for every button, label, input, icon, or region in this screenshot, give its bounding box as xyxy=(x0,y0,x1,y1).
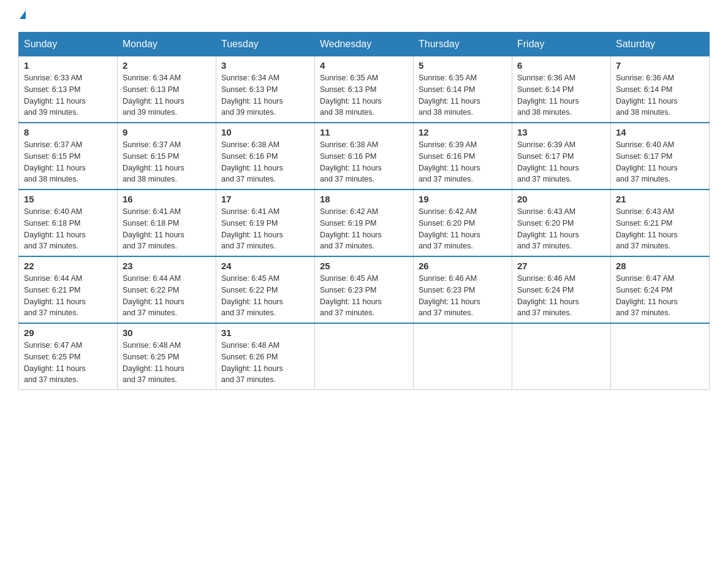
day-number: 24 xyxy=(221,261,309,271)
calendar-cell: 7 Sunrise: 6:36 AM Sunset: 6:14 PM Dayli… xyxy=(611,56,710,123)
day-number: 1 xyxy=(24,60,112,71)
day-info: Sunrise: 6:44 AM Sunset: 6:22 PM Dayligh… xyxy=(123,273,211,319)
day-info: Sunrise: 6:43 AM Sunset: 6:21 PM Dayligh… xyxy=(616,206,704,252)
day-info: Sunrise: 6:35 AM Sunset: 6:14 PM Dayligh… xyxy=(419,72,507,118)
calendar-cell: 29 Sunrise: 6:47 AM Sunset: 6:25 PM Dayl… xyxy=(19,323,118,390)
day-info: Sunrise: 6:40 AM Sunset: 6:17 PM Dayligh… xyxy=(616,139,704,185)
calendar-week-3: 15 Sunrise: 6:40 AM Sunset: 6:18 PM Dayl… xyxy=(19,190,710,256)
logo-triangle-icon xyxy=(20,10,26,19)
header-saturday: Saturday xyxy=(611,33,710,56)
day-number: 13 xyxy=(517,127,605,137)
calendar-cell: 22 Sunrise: 6:44 AM Sunset: 6:21 PM Dayl… xyxy=(19,256,118,323)
day-info: Sunrise: 6:42 AM Sunset: 6:19 PM Dayligh… xyxy=(320,206,408,252)
header-friday: Friday xyxy=(512,33,611,56)
calendar-cell: 20 Sunrise: 6:43 AM Sunset: 6:20 PM Dayl… xyxy=(512,190,611,256)
day-info: Sunrise: 6:36 AM Sunset: 6:14 PM Dayligh… xyxy=(616,72,704,118)
day-number: 3 xyxy=(221,60,309,71)
day-info: Sunrise: 6:46 AM Sunset: 6:24 PM Dayligh… xyxy=(517,273,605,319)
calendar-cell: 17 Sunrise: 6:41 AM Sunset: 6:19 PM Dayl… xyxy=(216,190,315,256)
day-info: Sunrise: 6:48 AM Sunset: 6:26 PM Dayligh… xyxy=(221,340,309,386)
calendar-cell: 14 Sunrise: 6:40 AM Sunset: 6:17 PM Dayl… xyxy=(611,123,710,190)
calendar-cell: 23 Sunrise: 6:44 AM Sunset: 6:22 PM Dayl… xyxy=(118,256,216,323)
calendar-cell: 4 Sunrise: 6:35 AM Sunset: 6:13 PM Dayli… xyxy=(315,56,414,123)
calendar-cell: 11 Sunrise: 6:38 AM Sunset: 6:16 PM Dayl… xyxy=(315,123,414,190)
day-info: Sunrise: 6:41 AM Sunset: 6:18 PM Dayligh… xyxy=(123,206,211,252)
calendar-cell: 31 Sunrise: 6:48 AM Sunset: 6:26 PM Dayl… xyxy=(216,323,315,390)
calendar-cell: 6 Sunrise: 6:36 AM Sunset: 6:14 PM Dayli… xyxy=(512,56,611,123)
calendar-cell: 12 Sunrise: 6:39 AM Sunset: 6:16 PM Dayl… xyxy=(414,123,512,190)
page-header xyxy=(18,12,710,21)
calendar-table: SundayMondayTuesdayWednesdayThursdayFrid… xyxy=(18,32,710,390)
calendar-cell: 9 Sunrise: 6:37 AM Sunset: 6:15 PM Dayli… xyxy=(118,123,216,190)
calendar-cell xyxy=(611,323,710,390)
calendar-cell: 1 Sunrise: 6:33 AM Sunset: 6:13 PM Dayli… xyxy=(19,56,118,123)
day-number: 19 xyxy=(419,194,507,204)
day-number: 16 xyxy=(123,194,211,204)
day-info: Sunrise: 6:39 AM Sunset: 6:16 PM Dayligh… xyxy=(419,139,507,185)
day-number: 28 xyxy=(616,261,704,271)
day-info: Sunrise: 6:43 AM Sunset: 6:20 PM Dayligh… xyxy=(517,206,605,252)
day-info: Sunrise: 6:39 AM Sunset: 6:17 PM Dayligh… xyxy=(517,139,605,185)
day-info: Sunrise: 6:42 AM Sunset: 6:20 PM Dayligh… xyxy=(419,206,507,252)
day-number: 4 xyxy=(320,60,408,71)
calendar-cell: 10 Sunrise: 6:38 AM Sunset: 6:16 PM Dayl… xyxy=(216,123,315,190)
calendar-header-row: SundayMondayTuesdayWednesdayThursdayFrid… xyxy=(19,33,710,56)
logo xyxy=(18,12,26,21)
day-info: Sunrise: 6:48 AM Sunset: 6:25 PM Dayligh… xyxy=(123,340,211,386)
header-thursday: Thursday xyxy=(414,33,512,56)
calendar-cell: 3 Sunrise: 6:34 AM Sunset: 6:13 PM Dayli… xyxy=(216,56,315,123)
day-number: 22 xyxy=(24,261,112,271)
day-number: 10 xyxy=(221,127,309,137)
day-info: Sunrise: 6:45 AM Sunset: 6:22 PM Dayligh… xyxy=(221,273,309,319)
calendar-cell: 21 Sunrise: 6:43 AM Sunset: 6:21 PM Dayl… xyxy=(611,190,710,256)
day-info: Sunrise: 6:37 AM Sunset: 6:15 PM Dayligh… xyxy=(24,139,112,185)
header-wednesday: Wednesday xyxy=(315,33,414,56)
day-info: Sunrise: 6:36 AM Sunset: 6:14 PM Dayligh… xyxy=(517,72,605,118)
day-number: 30 xyxy=(123,327,211,338)
day-info: Sunrise: 6:34 AM Sunset: 6:13 PM Dayligh… xyxy=(221,72,309,118)
day-number: 26 xyxy=(419,261,507,271)
calendar-cell: 13 Sunrise: 6:39 AM Sunset: 6:17 PM Dayl… xyxy=(512,123,611,190)
day-number: 21 xyxy=(616,194,704,204)
day-number: 25 xyxy=(320,261,408,271)
calendar-week-1: 1 Sunrise: 6:33 AM Sunset: 6:13 PM Dayli… xyxy=(19,56,710,123)
day-info: Sunrise: 6:47 AM Sunset: 6:25 PM Dayligh… xyxy=(24,340,112,386)
calendar-cell: 24 Sunrise: 6:45 AM Sunset: 6:22 PM Dayl… xyxy=(216,256,315,323)
calendar-cell: 28 Sunrise: 6:47 AM Sunset: 6:24 PM Dayl… xyxy=(611,256,710,323)
day-number: 31 xyxy=(221,327,309,338)
calendar-cell: 30 Sunrise: 6:48 AM Sunset: 6:25 PM Dayl… xyxy=(118,323,216,390)
header-monday: Monday xyxy=(118,33,216,56)
calendar-week-5: 29 Sunrise: 6:47 AM Sunset: 6:25 PM Dayl… xyxy=(19,323,710,390)
day-number: 7 xyxy=(616,60,704,71)
day-number: 6 xyxy=(517,60,605,71)
header-sunday: Sunday xyxy=(19,33,118,56)
calendar-cell xyxy=(512,323,611,390)
calendar-cell: 2 Sunrise: 6:34 AM Sunset: 6:13 PM Dayli… xyxy=(118,56,216,123)
day-number: 29 xyxy=(24,327,112,338)
calendar-week-4: 22 Sunrise: 6:44 AM Sunset: 6:21 PM Dayl… xyxy=(19,256,710,323)
day-info: Sunrise: 6:47 AM Sunset: 6:24 PM Dayligh… xyxy=(616,273,704,319)
day-info: Sunrise: 6:37 AM Sunset: 6:15 PM Dayligh… xyxy=(123,139,211,185)
day-info: Sunrise: 6:46 AM Sunset: 6:23 PM Dayligh… xyxy=(419,273,507,319)
day-number: 15 xyxy=(24,194,112,204)
day-number: 11 xyxy=(320,127,408,137)
day-number: 14 xyxy=(616,127,704,137)
calendar-cell: 18 Sunrise: 6:42 AM Sunset: 6:19 PM Dayl… xyxy=(315,190,414,256)
day-number: 23 xyxy=(123,261,211,271)
calendar-cell xyxy=(414,323,512,390)
day-info: Sunrise: 6:40 AM Sunset: 6:18 PM Dayligh… xyxy=(24,206,112,252)
day-number: 17 xyxy=(221,194,309,204)
day-info: Sunrise: 6:35 AM Sunset: 6:13 PM Dayligh… xyxy=(320,72,408,118)
calendar-cell: 8 Sunrise: 6:37 AM Sunset: 6:15 PM Dayli… xyxy=(19,123,118,190)
day-number: 27 xyxy=(517,261,605,271)
calendar-cell xyxy=(315,323,414,390)
day-info: Sunrise: 6:38 AM Sunset: 6:16 PM Dayligh… xyxy=(221,139,309,185)
day-number: 12 xyxy=(419,127,507,137)
calendar-cell: 5 Sunrise: 6:35 AM Sunset: 6:14 PM Dayli… xyxy=(414,56,512,123)
calendar-cell: 25 Sunrise: 6:45 AM Sunset: 6:23 PM Dayl… xyxy=(315,256,414,323)
day-info: Sunrise: 6:33 AM Sunset: 6:13 PM Dayligh… xyxy=(24,72,112,118)
day-number: 2 xyxy=(123,60,211,71)
day-info: Sunrise: 6:45 AM Sunset: 6:23 PM Dayligh… xyxy=(320,273,408,319)
calendar-cell: 27 Sunrise: 6:46 AM Sunset: 6:24 PM Dayl… xyxy=(512,256,611,323)
day-info: Sunrise: 6:34 AM Sunset: 6:13 PM Dayligh… xyxy=(123,72,211,118)
